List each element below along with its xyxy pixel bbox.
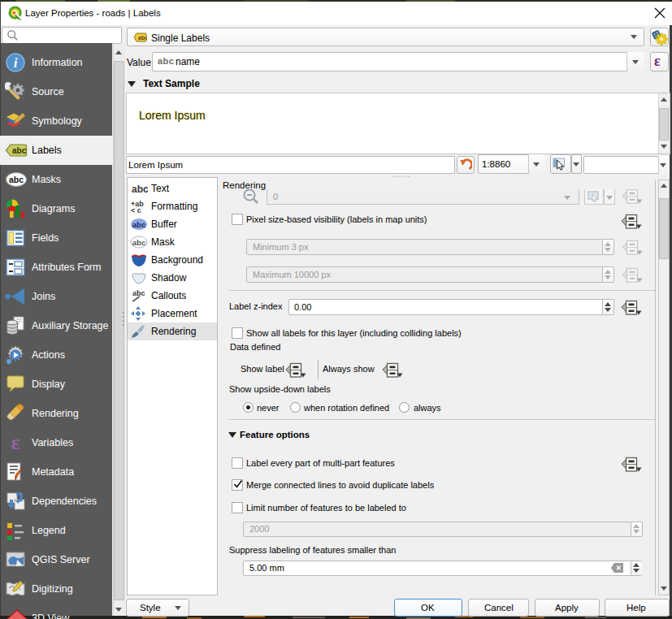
svg-text:abc: abc [12,146,27,155]
svg-text:abc: abc [132,184,148,195]
svg-text:abc: abc [9,175,24,184]
svg-text:abc: abc [132,220,145,229]
svg-text:abc: abc [132,289,145,297]
svg-text:abc: abc [138,35,147,41]
svg-text:ε: ε [11,432,20,453]
svg-text:i: i [14,55,18,71]
svg-text:< c: < c [131,206,141,214]
svg-text:abc: abc [132,238,145,247]
